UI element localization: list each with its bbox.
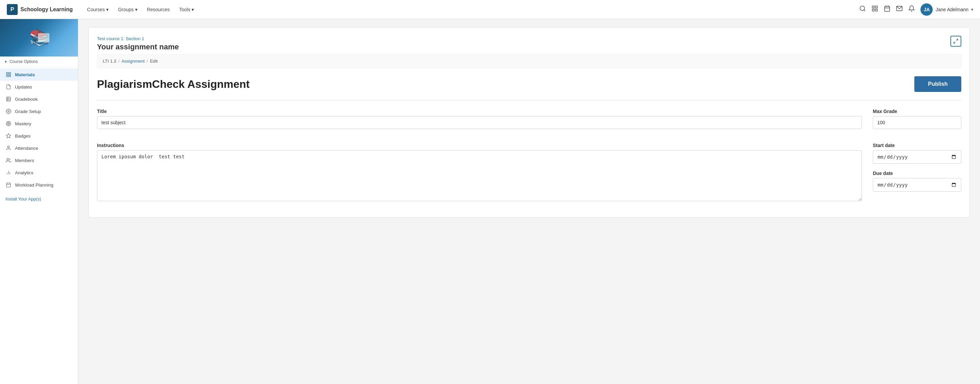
sidebar: ▼ Course Options Materials Updates Gra [0, 19, 78, 384]
page-header: Test cource 1: Section 1 Your assignment… [97, 36, 961, 51]
sidebar-item-label: Updates [15, 84, 32, 89]
instructions-col: Instructions Lorem iposum dolor test tes… [97, 143, 862, 202]
sidebar-item-updates[interactable]: Updates [0, 81, 78, 93]
chevron-down-icon: ▼ [4, 60, 8, 64]
analytics-icon [5, 169, 11, 176]
start-date-field: Start date [873, 143, 961, 164]
nav-icons: JA Jane Adelmann ▾ [859, 3, 973, 16]
sidebar-item-grade-setup[interactable]: Grade Setup [0, 105, 78, 118]
form-top-row: Title Max Grade [97, 108, 961, 136]
svg-rect-4 [872, 9, 875, 11]
updates-icon [5, 84, 11, 90]
page-header-text: Test cource 1: Section 1 Your assignment… [97, 36, 179, 51]
sidebar-item-attendance[interactable]: Attendance [0, 142, 78, 154]
svg-point-31 [8, 123, 9, 124]
instructions-textarea[interactable]: Lorem iposum dolor test test [97, 150, 862, 201]
avatar: JA [920, 3, 933, 16]
form-bottom-row: Instructions Lorem iposum dolor test tes… [97, 143, 961, 202]
course-thumbnail [0, 19, 78, 56]
svg-rect-22 [6, 75, 8, 76]
svg-rect-2 [872, 6, 875, 8]
divider [97, 100, 961, 100]
nav-tools[interactable]: Tools ▾ [175, 5, 198, 14]
sidebar-item-label: Badges [15, 134, 30, 139]
publish-button[interactable]: Publish [914, 76, 961, 92]
breadcrumb-assignment-link[interactable]: Assignment [121, 59, 145, 64]
expand-icon[interactable] [950, 36, 961, 47]
sidebar-nav: Materials Updates Gradebook Grade Setup [0, 67, 78, 192]
breadcrumb-link[interactable]: Test cource 1: Section 1 [97, 36, 144, 41]
title-input[interactable] [97, 116, 862, 129]
sidebar-item-label: Workload Planning [15, 182, 53, 188]
svg-line-42 [954, 41, 956, 43]
members-icon [5, 157, 11, 163]
sidebar-item-members[interactable]: Members [0, 154, 78, 166]
sidebar-item-label: Materials [15, 72, 35, 77]
nav-links: Courses ▾ Groups ▾ Resources Tools ▾ [83, 5, 198, 14]
max-grade-field: Max Grade [873, 108, 961, 129]
sidebar-item-gradebook[interactable]: Gradebook [0, 93, 78, 105]
breadcrumb-edit: Edit [150, 59, 158, 64]
course-options-label: Course Options [10, 59, 38, 64]
svg-rect-21 [9, 73, 11, 74]
main-content: Test cource 1: Section 1 Your assignment… [78, 19, 980, 384]
svg-rect-12 [38, 33, 49, 43]
svg-rect-5 [875, 9, 878, 11]
nav-groups[interactable]: Groups ▾ [114, 5, 142, 14]
sidebar-item-badges[interactable]: Badges [0, 130, 78, 142]
form-side-col: Max Grade [873, 108, 961, 136]
svg-point-30 [7, 122, 10, 125]
instructions-label: Instructions [97, 143, 862, 148]
sidebar-item-mastery[interactable]: Mastery [0, 118, 78, 130]
svg-rect-23 [9, 75, 11, 76]
sidebar-item-workload-planning[interactable]: Workload Planning [0, 179, 78, 191]
mail-icon[interactable] [896, 5, 903, 14]
chevron-down-icon: ▾ [192, 7, 194, 12]
sidebar-item-analytics[interactable]: Analytics [0, 166, 78, 179]
workload-icon [5, 182, 11, 188]
sidebar-item-materials[interactable]: Materials [0, 69, 78, 81]
start-date-label: Start date [873, 143, 961, 148]
sidebar-item-label: Gradebook [15, 97, 38, 102]
user-name: Jane Adelmann [935, 7, 969, 12]
sidebar-item-label: Grade Setup [15, 109, 41, 114]
svg-point-28 [8, 111, 9, 112]
svg-point-33 [7, 158, 8, 160]
sidebar-item-label: Attendance [15, 146, 38, 151]
gradebook-icon [5, 96, 11, 102]
date-col: Start date Due date [873, 143, 961, 202]
breadcrumb-separator2: / [147, 59, 148, 64]
nav-courses[interactable]: Courses ▾ [83, 5, 113, 14]
bell-icon[interactable] [908, 5, 915, 14]
user-menu[interactable]: JA Jane Adelmann ▾ [920, 3, 973, 16]
svg-rect-37 [6, 183, 11, 187]
mastery-icon [5, 121, 11, 127]
breadcrumb-bar: LTI 1.3 / Assignment / Edit [97, 54, 961, 68]
sidebar-item-label: Members [15, 158, 34, 163]
start-date-input[interactable] [873, 150, 961, 164]
breadcrumb: Test cource 1: Section 1 [97, 36, 179, 41]
attendance-icon [5, 145, 11, 151]
nav-resources[interactable]: Resources [143, 5, 174, 14]
apps-icon[interactable] [872, 5, 878, 14]
due-date-input[interactable] [873, 178, 961, 192]
svg-line-41 [956, 39, 958, 41]
page-title: Your assignment name [97, 43, 179, 51]
course-options[interactable]: ▼ Course Options [0, 56, 78, 67]
form-main-col: Title [97, 108, 862, 136]
badges-icon [5, 133, 11, 139]
sidebar-item-label: Mastery [15, 121, 31, 126]
breadcrumb-lti: LTI 1.3 [103, 59, 116, 64]
svg-rect-24 [6, 97, 11, 101]
due-date-label: Due date [873, 170, 961, 176]
search-icon[interactable] [859, 5, 866, 14]
max-grade-input[interactable] [873, 116, 961, 129]
svg-point-32 [8, 146, 9, 148]
calendar-icon[interactable] [884, 5, 891, 14]
install-apps-link[interactable]: Install Your App(s) [0, 192, 78, 206]
materials-icon [5, 72, 11, 78]
content-card: Test cource 1: Section 1 Your assignment… [89, 27, 970, 218]
logo-area[interactable]: P Schoology Learning [7, 4, 73, 15]
top-navigation: P Schoology Learning Courses ▾ Groups ▾ … [0, 0, 980, 19]
svg-line-1 [864, 10, 865, 11]
